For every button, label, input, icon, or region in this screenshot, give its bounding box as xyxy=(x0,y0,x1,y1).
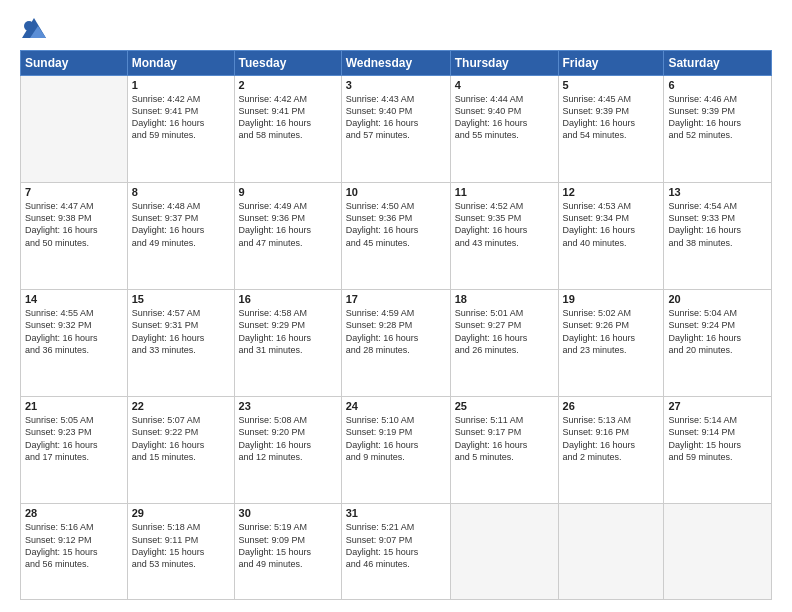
cell-info: Sunrise: 4:48 AM Sunset: 9:37 PM Dayligh… xyxy=(132,200,230,249)
calendar-cell xyxy=(664,504,772,600)
day-number: 29 xyxy=(132,507,230,519)
calendar-cell: 22Sunrise: 5:07 AM Sunset: 9:22 PM Dayli… xyxy=(127,397,234,504)
calendar-cell: 26Sunrise: 5:13 AM Sunset: 9:16 PM Dayli… xyxy=(558,397,664,504)
week-row-3: 14Sunrise: 4:55 AM Sunset: 9:32 PM Dayli… xyxy=(21,290,772,397)
cell-info: Sunrise: 4:42 AM Sunset: 9:41 PM Dayligh… xyxy=(239,93,337,142)
calendar-cell: 20Sunrise: 5:04 AM Sunset: 9:24 PM Dayli… xyxy=(664,290,772,397)
logo xyxy=(20,16,52,44)
week-row-5: 28Sunrise: 5:16 AM Sunset: 9:12 PM Dayli… xyxy=(21,504,772,600)
calendar-cell xyxy=(450,504,558,600)
cell-info: Sunrise: 4:52 AM Sunset: 9:35 PM Dayligh… xyxy=(455,200,554,249)
cell-info: Sunrise: 5:14 AM Sunset: 9:14 PM Dayligh… xyxy=(668,414,767,463)
weekday-header-friday: Friday xyxy=(558,51,664,76)
day-number: 19 xyxy=(563,293,660,305)
day-number: 13 xyxy=(668,186,767,198)
cell-info: Sunrise: 4:46 AM Sunset: 9:39 PM Dayligh… xyxy=(668,93,767,142)
week-row-1: 1Sunrise: 4:42 AM Sunset: 9:41 PM Daylig… xyxy=(21,76,772,183)
cell-info: Sunrise: 4:49 AM Sunset: 9:36 PM Dayligh… xyxy=(239,200,337,249)
cell-info: Sunrise: 4:57 AM Sunset: 9:31 PM Dayligh… xyxy=(132,307,230,356)
day-number: 25 xyxy=(455,400,554,412)
cell-info: Sunrise: 4:58 AM Sunset: 9:29 PM Dayligh… xyxy=(239,307,337,356)
day-number: 7 xyxy=(25,186,123,198)
day-number: 16 xyxy=(239,293,337,305)
calendar-cell: 12Sunrise: 4:53 AM Sunset: 9:34 PM Dayli… xyxy=(558,183,664,290)
day-number: 17 xyxy=(346,293,446,305)
calendar-cell: 30Sunrise: 5:19 AM Sunset: 9:09 PM Dayli… xyxy=(234,504,341,600)
calendar-cell: 24Sunrise: 5:10 AM Sunset: 9:19 PM Dayli… xyxy=(341,397,450,504)
calendar-cell: 1Sunrise: 4:42 AM Sunset: 9:41 PM Daylig… xyxy=(127,76,234,183)
calendar-cell: 27Sunrise: 5:14 AM Sunset: 9:14 PM Dayli… xyxy=(664,397,772,504)
cell-info: Sunrise: 4:53 AM Sunset: 9:34 PM Dayligh… xyxy=(563,200,660,249)
cell-info: Sunrise: 5:05 AM Sunset: 9:23 PM Dayligh… xyxy=(25,414,123,463)
calendar-cell: 21Sunrise: 5:05 AM Sunset: 9:23 PM Dayli… xyxy=(21,397,128,504)
day-number: 4 xyxy=(455,79,554,91)
cell-info: Sunrise: 4:44 AM Sunset: 9:40 PM Dayligh… xyxy=(455,93,554,142)
weekday-header-monday: Monday xyxy=(127,51,234,76)
cell-info: Sunrise: 4:45 AM Sunset: 9:39 PM Dayligh… xyxy=(563,93,660,142)
calendar-cell: 18Sunrise: 5:01 AM Sunset: 9:27 PM Dayli… xyxy=(450,290,558,397)
calendar-cell xyxy=(558,504,664,600)
calendar-cell: 29Sunrise: 5:18 AM Sunset: 9:11 PM Dayli… xyxy=(127,504,234,600)
cell-info: Sunrise: 5:08 AM Sunset: 9:20 PM Dayligh… xyxy=(239,414,337,463)
day-number: 14 xyxy=(25,293,123,305)
header xyxy=(20,16,772,44)
calendar-cell: 2Sunrise: 4:42 AM Sunset: 9:41 PM Daylig… xyxy=(234,76,341,183)
calendar-cell: 10Sunrise: 4:50 AM Sunset: 9:36 PM Dayli… xyxy=(341,183,450,290)
day-number: 27 xyxy=(668,400,767,412)
calendar-cell: 9Sunrise: 4:49 AM Sunset: 9:36 PM Daylig… xyxy=(234,183,341,290)
calendar-cell: 13Sunrise: 4:54 AM Sunset: 9:33 PM Dayli… xyxy=(664,183,772,290)
cell-info: Sunrise: 5:04 AM Sunset: 9:24 PM Dayligh… xyxy=(668,307,767,356)
day-number: 11 xyxy=(455,186,554,198)
day-number: 21 xyxy=(25,400,123,412)
calendar-cell: 19Sunrise: 5:02 AM Sunset: 9:26 PM Dayli… xyxy=(558,290,664,397)
week-row-2: 7Sunrise: 4:47 AM Sunset: 9:38 PM Daylig… xyxy=(21,183,772,290)
day-number: 22 xyxy=(132,400,230,412)
cell-info: Sunrise: 4:43 AM Sunset: 9:40 PM Dayligh… xyxy=(346,93,446,142)
day-number: 24 xyxy=(346,400,446,412)
cell-info: Sunrise: 4:47 AM Sunset: 9:38 PM Dayligh… xyxy=(25,200,123,249)
calendar-cell: 15Sunrise: 4:57 AM Sunset: 9:31 PM Dayli… xyxy=(127,290,234,397)
day-number: 26 xyxy=(563,400,660,412)
cell-info: Sunrise: 4:55 AM Sunset: 9:32 PM Dayligh… xyxy=(25,307,123,356)
day-number: 10 xyxy=(346,186,446,198)
cell-info: Sunrise: 4:54 AM Sunset: 9:33 PM Dayligh… xyxy=(668,200,767,249)
day-number: 3 xyxy=(346,79,446,91)
weekday-header-sunday: Sunday xyxy=(21,51,128,76)
day-number: 31 xyxy=(346,507,446,519)
weekday-header-thursday: Thursday xyxy=(450,51,558,76)
cell-info: Sunrise: 4:50 AM Sunset: 9:36 PM Dayligh… xyxy=(346,200,446,249)
day-number: 9 xyxy=(239,186,337,198)
cell-info: Sunrise: 5:18 AM Sunset: 9:11 PM Dayligh… xyxy=(132,521,230,570)
day-number: 15 xyxy=(132,293,230,305)
cell-info: Sunrise: 5:11 AM Sunset: 9:17 PM Dayligh… xyxy=(455,414,554,463)
cell-info: Sunrise: 4:42 AM Sunset: 9:41 PM Dayligh… xyxy=(132,93,230,142)
weekday-header-saturday: Saturday xyxy=(664,51,772,76)
cell-info: Sunrise: 5:21 AM Sunset: 9:07 PM Dayligh… xyxy=(346,521,446,570)
calendar-table: SundayMondayTuesdayWednesdayThursdayFrid… xyxy=(20,50,772,600)
svg-point-2 xyxy=(24,21,34,31)
calendar-cell: 3Sunrise: 4:43 AM Sunset: 9:40 PM Daylig… xyxy=(341,76,450,183)
calendar-cell: 6Sunrise: 4:46 AM Sunset: 9:39 PM Daylig… xyxy=(664,76,772,183)
calendar-cell xyxy=(21,76,128,183)
cell-info: Sunrise: 4:59 AM Sunset: 9:28 PM Dayligh… xyxy=(346,307,446,356)
weekday-header-wednesday: Wednesday xyxy=(341,51,450,76)
day-number: 20 xyxy=(668,293,767,305)
calendar-cell: 8Sunrise: 4:48 AM Sunset: 9:37 PM Daylig… xyxy=(127,183,234,290)
page: SundayMondayTuesdayWednesdayThursdayFrid… xyxy=(0,0,792,612)
day-number: 8 xyxy=(132,186,230,198)
day-number: 23 xyxy=(239,400,337,412)
cell-info: Sunrise: 5:07 AM Sunset: 9:22 PM Dayligh… xyxy=(132,414,230,463)
day-number: 28 xyxy=(25,507,123,519)
calendar-cell: 11Sunrise: 4:52 AM Sunset: 9:35 PM Dayli… xyxy=(450,183,558,290)
calendar-cell: 28Sunrise: 5:16 AM Sunset: 9:12 PM Dayli… xyxy=(21,504,128,600)
day-number: 2 xyxy=(239,79,337,91)
calendar-cell: 7Sunrise: 4:47 AM Sunset: 9:38 PM Daylig… xyxy=(21,183,128,290)
day-number: 12 xyxy=(563,186,660,198)
day-number: 18 xyxy=(455,293,554,305)
calendar-cell: 25Sunrise: 5:11 AM Sunset: 9:17 PM Dayli… xyxy=(450,397,558,504)
calendar-cell: 31Sunrise: 5:21 AM Sunset: 9:07 PM Dayli… xyxy=(341,504,450,600)
cell-info: Sunrise: 5:02 AM Sunset: 9:26 PM Dayligh… xyxy=(563,307,660,356)
cell-info: Sunrise: 5:10 AM Sunset: 9:19 PM Dayligh… xyxy=(346,414,446,463)
day-number: 5 xyxy=(563,79,660,91)
day-number: 30 xyxy=(239,507,337,519)
